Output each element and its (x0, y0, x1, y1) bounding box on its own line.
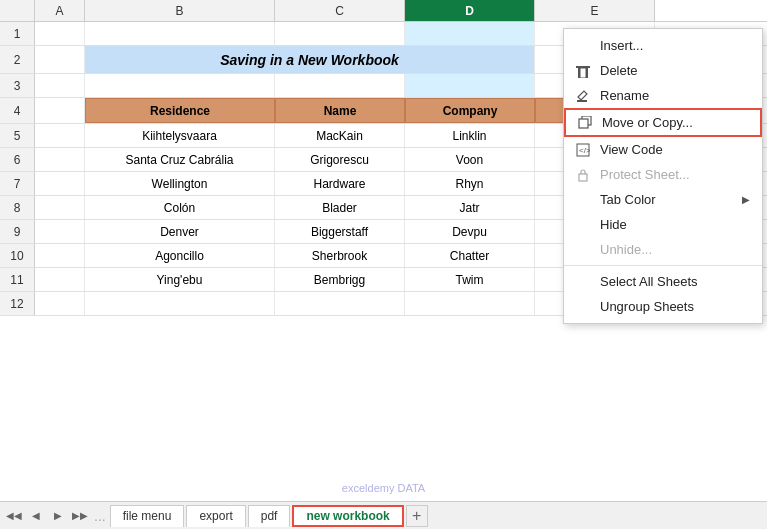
rename-icon (574, 87, 592, 105)
menu-label-insert: Insert... (600, 38, 643, 53)
col-header-c[interactable]: C (275, 0, 405, 21)
menu-label-select-all: Select All Sheets (600, 274, 698, 289)
menu-label-hide: Hide (600, 217, 627, 232)
menu-label-move-copy: Move or Copy... (602, 115, 693, 130)
protect-sheet-icon (574, 166, 592, 184)
menu-item-select-all[interactable]: Select All Sheets (564, 269, 762, 294)
tab-color-arrow: ▶ (742, 194, 750, 205)
svg-rect-3 (580, 68, 586, 78)
menu-item-hide[interactable]: Hide (564, 212, 762, 237)
menu-label-view-code: View Code (600, 142, 663, 157)
corner-cell (0, 0, 35, 21)
ungroup-icon (574, 298, 592, 316)
tab-bar: ◀◀ ◀ ▶ ▶▶ ... file menu export pdf new w… (0, 501, 767, 529)
menu-label-unhide: Unhide... (600, 242, 652, 257)
menu-label-rename: Rename (600, 88, 649, 103)
insert-icon (574, 37, 592, 55)
svg-rect-4 (577, 100, 587, 102)
menu-label-delete: Delete (600, 63, 638, 78)
menu-item-unhide: Unhide... (564, 237, 762, 262)
column-headers: A B C D E (0, 0, 767, 22)
context-menu: Insert... Delete Rename Move or Copy... … (563, 28, 763, 324)
menu-label-ungroup: Ungroup Sheets (600, 299, 694, 314)
add-sheet-button[interactable]: + (406, 505, 428, 527)
svg-rect-9 (579, 174, 587, 181)
tab-file-menu[interactable]: file menu (110, 505, 185, 527)
col-header-a[interactable]: A (35, 0, 85, 21)
col-header-d[interactable]: D (405, 0, 535, 21)
tab-new-workbook[interactable]: new workbook (292, 505, 403, 527)
tab-nav-last[interactable]: ▶▶ (70, 506, 90, 526)
menu-item-view-code[interactable]: </> View Code (564, 137, 762, 162)
tab-export[interactable]: export (186, 505, 245, 527)
menu-separator (564, 265, 762, 266)
select-all-icon (574, 273, 592, 291)
tab-color-icon (574, 191, 592, 209)
tab-nav-prev[interactable]: ◀ (26, 506, 46, 526)
tab-nav-first[interactable]: ◀◀ (4, 506, 24, 526)
col-residence[interactable]: Residence (85, 98, 275, 123)
move-copy-icon (576, 114, 594, 132)
menu-item-rename[interactable]: Rename (564, 83, 762, 108)
col-name[interactable]: Name (275, 98, 405, 123)
menu-item-move-copy[interactable]: Move or Copy... (564, 108, 762, 137)
menu-item-protect-sheet: Protect Sheet... (564, 162, 762, 187)
col-header-e[interactable]: E (535, 0, 655, 21)
menu-label-protect-sheet: Protect Sheet... (600, 167, 690, 182)
menu-item-tab-color[interactable]: Tab Color ▶ (564, 187, 762, 212)
unhide-icon (574, 241, 592, 259)
tab-nav-next[interactable]: ▶ (48, 506, 68, 526)
menu-label-tab-color: Tab Color (600, 192, 656, 207)
delete-icon (574, 62, 592, 80)
menu-item-ungroup[interactable]: Ungroup Sheets (564, 294, 762, 319)
hide-icon (574, 216, 592, 234)
svg-rect-6 (579, 119, 588, 128)
spreadsheet-title[interactable]: Saving in a New Workbook (85, 46, 535, 73)
menu-item-delete[interactable]: Delete (564, 58, 762, 83)
tab-pdf[interactable]: pdf (248, 505, 291, 527)
col-company[interactable]: Company (405, 98, 535, 123)
view-code-icon: </> (574, 141, 592, 159)
svg-text:</>: </> (579, 146, 590, 155)
col-header-b[interactable]: B (85, 0, 275, 21)
menu-item-insert[interactable]: Insert... (564, 33, 762, 58)
